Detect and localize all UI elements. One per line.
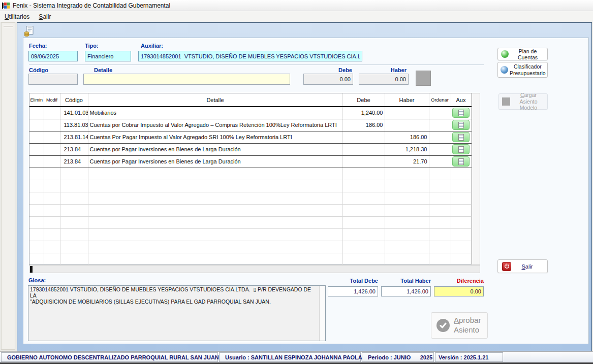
tipo-input[interactable] bbox=[85, 51, 131, 61]
aux-button[interactable] bbox=[452, 156, 470, 167]
header-ordenar: Ordenar bbox=[429, 93, 451, 107]
menu-salir[interactable]: Salir bbox=[34, 12, 55, 21]
header-codigo: Código bbox=[60, 93, 88, 107]
aux-document-icon bbox=[458, 122, 464, 128]
salir-button[interactable]: Salir bbox=[497, 259, 548, 273]
table-row[interactable]: 213.84 Cuentas por Pagar Inversiones en … bbox=[29, 143, 471, 155]
window-flag-icon bbox=[2, 2, 10, 9]
status-bar: GOBIERNO AUTONOMO DESCENTRALIZADO PARROQ… bbox=[0, 351, 593, 362]
table-row-empty[interactable] bbox=[29, 253, 471, 265]
aux-button[interactable] bbox=[452, 132, 470, 142]
table-row-empty[interactable] bbox=[29, 192, 471, 204]
plan-de-cuentas-button[interactable]: Plan de Cuentas bbox=[497, 48, 548, 60]
header-modif: Modif bbox=[44, 93, 60, 107]
table-row[interactable]: 113.81.03 Cuentas por Cobrar Impuesto al… bbox=[29, 119, 471, 131]
diferencia-field bbox=[434, 286, 484, 296]
table-row[interactable]: 213.81.14 Cuentas Por Pagar Impuesto al … bbox=[29, 131, 471, 143]
aux-document-icon bbox=[458, 110, 464, 116]
status-user: Usuario : SANTILLAN ESPINOZA JOHANNA PAO… bbox=[219, 352, 361, 362]
gray-square-icon bbox=[502, 97, 510, 106]
power-icon bbox=[502, 262, 511, 271]
header-elimin: Elimin bbox=[29, 93, 44, 107]
table-row[interactable]: 213.84 Cuentas por Pagar Inversiones en … bbox=[29, 155, 471, 168]
clasificador-presupuestario-button[interactable]: ClasificadorPresupuestario bbox=[497, 62, 548, 78]
table-row[interactable]: 141.01.03 Mobiliarios 1,240.00 bbox=[29, 107, 471, 119]
aux-button[interactable] bbox=[452, 120, 470, 130]
table-row-empty[interactable] bbox=[29, 216, 471, 228]
aux-document-icon bbox=[458, 158, 464, 165]
total-debe-label: Total Debe bbox=[328, 278, 378, 284]
title-bar[interactable]: Fenix - Sistema Integrado de Contabilida… bbox=[0, 0, 593, 11]
aux-button[interactable] bbox=[452, 144, 470, 154]
table-row-empty[interactable] bbox=[29, 228, 471, 241]
cargar-asiento-modelo-button[interactable]: Cargar AsientoModelo bbox=[498, 93, 548, 110]
aprobar-asiento-button[interactable]: AprobarAsiento bbox=[431, 312, 488, 339]
table-row-empty[interactable] bbox=[29, 241, 471, 253]
cargar-asiento-label: Cargar AsientoModelo bbox=[513, 92, 544, 111]
debe-label: Debe bbox=[325, 67, 352, 73]
aux-document-icon bbox=[458, 134, 464, 141]
table-row-empty[interactable] bbox=[29, 180, 471, 192]
header-detalle: Detalle bbox=[88, 93, 342, 107]
glosa-textarea[interactable]: 1793014852001 VTSTUDIO, DISEÑO DE MUEBLE… bbox=[28, 285, 326, 341]
codigo-input[interactable] bbox=[28, 74, 78, 85]
scrollbar-thumb[interactable] bbox=[30, 266, 33, 273]
application-window: Fenix - Sistema Integrado de Contabilida… bbox=[0, 0, 593, 364]
glosa-scrollbar[interactable] bbox=[319, 286, 325, 341]
debe-input[interactable] bbox=[303, 74, 353, 85]
blue-sphere-icon bbox=[501, 66, 508, 74]
add-line-button[interactable] bbox=[416, 71, 431, 86]
clasificador-label: ClasificadorPresupuestario bbox=[510, 63, 546, 76]
check-circle-icon bbox=[436, 319, 450, 332]
total-debe-field bbox=[328, 286, 378, 296]
menu-bar: Utilitarios Salir bbox=[0, 11, 593, 22]
panel-splitter-grip[interactable] bbox=[4, 26, 13, 27]
total-haber-field bbox=[381, 286, 431, 296]
detalle-input[interactable] bbox=[83, 74, 290, 85]
table-vertical-scrollbar[interactable] bbox=[472, 93, 480, 265]
status-version: Versión : 2025.1.21 bbox=[435, 352, 503, 362]
detalle-label: Detalle bbox=[94, 67, 112, 73]
codigo-label: Código bbox=[29, 67, 48, 73]
menu-utilitarios[interactable]: Utilitarios bbox=[0, 12, 34, 21]
status-entity: GOBIERNO AUTONOMO DESCENTRALIZADO PARROQ… bbox=[1, 352, 218, 362]
header-aux: Aux bbox=[451, 93, 471, 107]
header-haber: Haber bbox=[385, 93, 429, 107]
entries-table: Elimin Modif Código Detalle Debe Haber O… bbox=[29, 93, 472, 265]
aux-button[interactable] bbox=[452, 108, 470, 118]
table-row-empty[interactable] bbox=[29, 204, 471, 216]
diferencia-label: Diferencia bbox=[434, 278, 484, 284]
aux-document-icon bbox=[458, 146, 464, 153]
status-period: 31 Periodo : JUNIO 2025 bbox=[362, 352, 434, 362]
plan-de-cuentas-label: Plan de Cuentas bbox=[511, 48, 544, 60]
haber-label: Haber bbox=[379, 67, 407, 73]
glosa-label: Glosa: bbox=[28, 277, 46, 283]
separator-line bbox=[29, 64, 484, 65]
salir-label: Salir bbox=[511, 263, 543, 270]
table-header-row: Elimin Modif Código Detalle Debe Haber O… bbox=[29, 93, 471, 107]
auxiliar-input[interactable] bbox=[138, 51, 362, 61]
green-sphere-icon bbox=[501, 50, 509, 58]
left-collapsed-panel bbox=[1, 22, 15, 350]
fecha-input[interactable] bbox=[28, 51, 78, 61]
aprobar-label: AprobarAsiento bbox=[454, 316, 481, 335]
total-haber-label: Total Haber bbox=[382, 278, 431, 284]
fecha-label: Fecha: bbox=[29, 43, 47, 49]
auxiliar-label: Auxiliar: bbox=[141, 43, 163, 49]
document-coins-icon[interactable] bbox=[23, 25, 35, 37]
tipo-label: Tipo: bbox=[85, 43, 99, 49]
table-horizontal-scrollbar[interactable] bbox=[29, 265, 480, 273]
table-row-empty[interactable] bbox=[29, 168, 471, 180]
header-debe: Debe bbox=[342, 93, 385, 107]
window-title: Fenix - Sistema Integrado de Contabilida… bbox=[13, 2, 170, 9]
haber-input[interactable] bbox=[359, 74, 409, 85]
